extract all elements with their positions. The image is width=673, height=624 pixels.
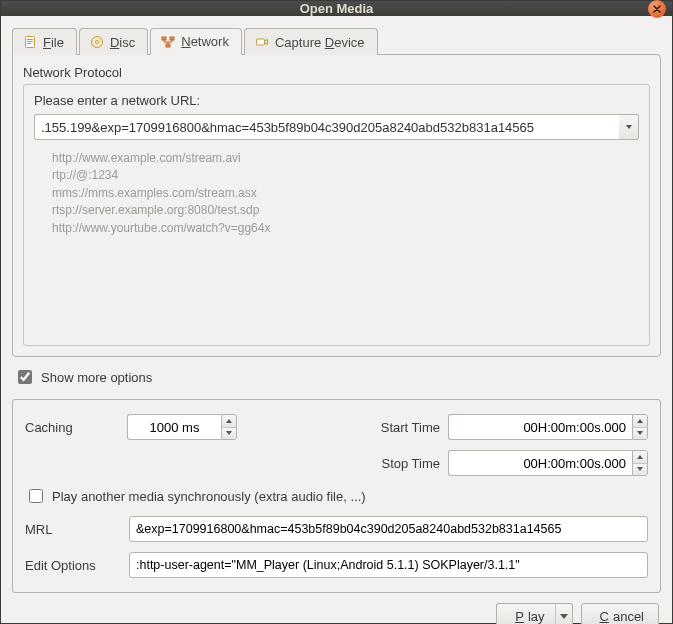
more-options-panel: Caching Start Time Stop Time	[12, 399, 661, 593]
mrl-label: MRL	[25, 522, 119, 537]
start-time-label: Start Time	[360, 420, 440, 435]
svg-rect-2	[27, 41, 33, 42]
edit-options-input[interactable]	[129, 552, 648, 578]
caching-down[interactable]	[222, 428, 236, 440]
chevron-up-icon	[637, 455, 643, 459]
tab-capture-device[interactable]: Capture Device	[244, 28, 378, 55]
dialog-footer: Play Cancel	[12, 593, 661, 624]
group-label: Network Protocol	[23, 65, 650, 80]
caching-label: Caching	[25, 420, 119, 435]
start-time-input[interactable]	[448, 414, 632, 440]
stop-time-up[interactable]	[633, 451, 647, 464]
disc-icon	[90, 35, 104, 49]
edit-options-label: Edit Options	[25, 558, 119, 573]
show-more-options-checkbox[interactable]	[18, 370, 32, 384]
start-time-spin	[448, 414, 648, 440]
network-icon	[161, 35, 175, 49]
titlebar: Open Media	[1, 1, 672, 16]
start-time-up[interactable]	[633, 415, 647, 428]
chevron-up-icon	[637, 419, 643, 423]
play-button[interactable]: Play	[496, 603, 558, 624]
svg-point-5	[95, 41, 98, 44]
file-icon	[23, 35, 37, 49]
svg-rect-7	[170, 37, 174, 40]
tab-disc[interactable]: Disc	[79, 28, 148, 55]
play-sync-label[interactable]: Play another media synchronously (extra …	[52, 489, 366, 504]
chevron-up-icon	[226, 419, 232, 423]
chevron-down-icon	[626, 125, 632, 129]
window-title: Open Media	[300, 1, 374, 16]
dialog-content: File Disc Network Capture Device	[1, 16, 672, 624]
svg-rect-3	[27, 43, 31, 44]
url-prompt: Please enter a network URL:	[34, 93, 639, 108]
svg-rect-1	[27, 39, 33, 40]
caching-spin	[127, 414, 237, 440]
chevron-down-icon	[637, 467, 643, 471]
svg-rect-8	[166, 44, 170, 47]
stop-time-down[interactable]	[633, 464, 647, 476]
network-panel: Network Protocol Please enter a network …	[12, 54, 661, 357]
close-button[interactable]	[648, 0, 666, 18]
cancel-button[interactable]: Cancel	[581, 603, 659, 624]
caching-up[interactable]	[222, 415, 236, 428]
svg-rect-6	[162, 37, 166, 40]
play-sync-checkbox[interactable]	[29, 489, 43, 503]
start-time-down[interactable]	[633, 428, 647, 440]
tab-file[interactable]: File	[12, 28, 77, 55]
stop-time-spin	[448, 450, 648, 476]
svg-rect-9	[256, 39, 264, 45]
chevron-down-icon	[560, 614, 568, 619]
tab-network[interactable]: Network	[150, 28, 242, 55]
network-protocol-group: Please enter a network URL: http://www.e…	[23, 84, 650, 346]
close-icon	[653, 5, 661, 13]
tab-bar: File Disc Network Capture Device	[12, 27, 661, 54]
stop-time-label: Stop Time	[360, 456, 440, 471]
url-history-dropdown[interactable]	[619, 114, 639, 140]
stop-time-input[interactable]	[448, 450, 632, 476]
show-more-options-row: Show more options	[14, 367, 659, 387]
show-more-options-label[interactable]: Show more options	[41, 370, 152, 385]
url-examples: http://www.example.com/stream.avi rtp://…	[52, 150, 639, 237]
network-url-input[interactable]	[34, 114, 619, 140]
chevron-down-icon	[637, 431, 643, 435]
chevron-down-icon	[226, 431, 232, 435]
play-dropdown-toggle[interactable]	[555, 603, 573, 624]
open-media-window: Open Media File Disc Net	[0, 0, 673, 624]
capture-device-icon	[255, 35, 269, 49]
caching-input[interactable]	[127, 414, 221, 440]
mrl-input[interactable]	[129, 516, 648, 542]
play-button-group: Play	[496, 603, 572, 624]
